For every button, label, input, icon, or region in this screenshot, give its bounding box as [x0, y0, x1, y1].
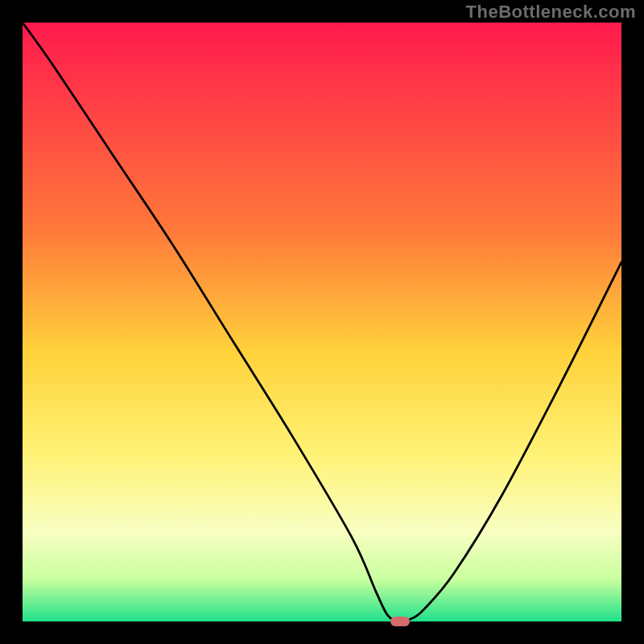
watermark-text: TheBottleneck.com [466, 2, 636, 23]
gradient-background [23, 23, 621, 621]
chart-frame: TheBottleneck.com [0, 0, 644, 644]
optimum-marker [390, 617, 410, 626]
chart-svg [23, 23, 621, 621]
plot-area [23, 23, 621, 621]
